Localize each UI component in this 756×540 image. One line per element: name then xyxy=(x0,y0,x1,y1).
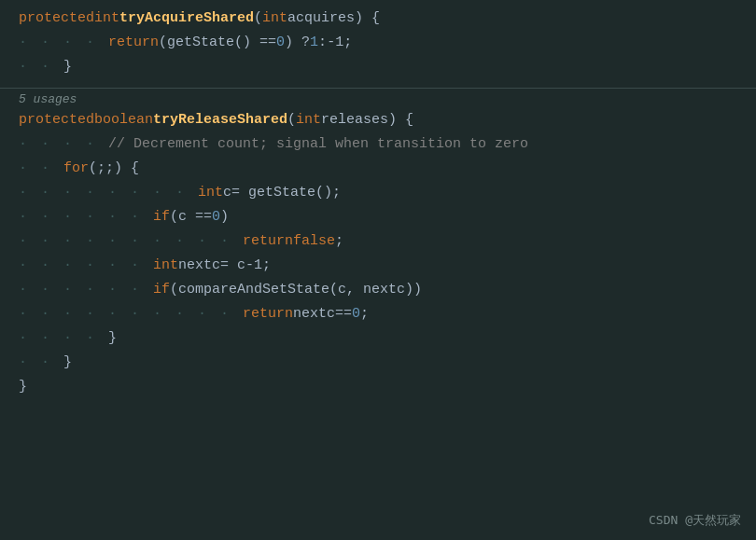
neg-one: -1; xyxy=(327,35,352,50)
indent-dots-4: · · xyxy=(19,160,63,176)
indent-dots-1: · · · · xyxy=(19,35,108,50)
assign-getState: = getState(); xyxy=(231,185,341,201)
indent-dots-8: · · · · · · xyxy=(19,257,153,273)
brace-close-1: } xyxy=(63,59,72,75)
return-expr: (getState() == xyxy=(159,35,276,50)
brace-close-class: } xyxy=(19,379,27,395)
code-editor: protected int tryAcquireShared(int acqui… xyxy=(0,0,756,540)
code-line-11: · · · · · · if (compareAndSetState(c, ne… xyxy=(0,281,756,305)
indent-dots-2: · · xyxy=(19,59,63,75)
keyword-int-nextc: int xyxy=(153,257,178,273)
code-line-6: · · for (;;) { xyxy=(0,159,756,184)
brace-close-for: } xyxy=(108,330,117,346)
indent-dots-11: · · · · xyxy=(19,330,108,346)
paren-close-brace-2: ) { xyxy=(388,112,413,128)
number-1: 1 xyxy=(310,35,318,50)
if-cond-close: ) xyxy=(220,209,229,225)
code-line-2: · · · · return (getState() == 0) ? 1 : -… xyxy=(0,34,756,58)
number-0-1: 0 xyxy=(276,35,285,50)
code-line-10: · · · · · · int nextc = c-1; xyxy=(0,256,756,281)
assign-nextc: = c-1; xyxy=(220,257,271,273)
keyword-if-1: if xyxy=(153,209,170,225)
code-line-9: · · · · · · · · · · return false; xyxy=(0,232,756,256)
keyword-protected-2: protected xyxy=(19,112,94,128)
code-line-15: } xyxy=(0,378,756,402)
var-nextc-2: nextc xyxy=(293,306,335,322)
code-line-13: · · · · } xyxy=(0,329,756,353)
code-line-4: protected boolean tryReleaseShared(int r… xyxy=(0,111,756,135)
watermark: CSDN @天然玩家 xyxy=(649,512,741,529)
method-tryAcquireShared: tryAcquireShared xyxy=(119,10,254,26)
keyword-return-2: return xyxy=(243,233,293,249)
param-acquires: acquires xyxy=(287,10,355,26)
code-line-14: · · } xyxy=(0,353,756,378)
ternary: ) ? xyxy=(285,35,310,50)
semicolon-1: ; xyxy=(335,233,343,249)
indent-dots-5: · · · · · · · · xyxy=(19,185,198,201)
paren-open-2: ( xyxy=(287,112,296,128)
keyword-return-1: return xyxy=(108,35,159,50)
indent-dots-6: · · · · · · xyxy=(19,209,153,225)
eq-zero: == xyxy=(335,306,352,322)
paren-close-brace: ) { xyxy=(355,10,380,26)
if-cond-1: (c == xyxy=(170,209,212,225)
keyword-protected: protected xyxy=(19,10,94,26)
code-line-7: · · · · · · · · int c = getState(); xyxy=(0,184,756,208)
param-releases: releases xyxy=(321,112,388,128)
number-0-2: 0 xyxy=(212,209,220,225)
number-0-3: 0 xyxy=(352,306,360,322)
indent-dots-10: · · · · · · · · · · xyxy=(19,306,243,322)
indent-dots-3: · · · · xyxy=(19,136,108,152)
usages-count: 5 usages xyxy=(19,92,77,106)
if-cond-2: (compareAndSetState(c, nextc)) xyxy=(170,282,422,298)
colon: : xyxy=(318,35,327,50)
indent-dots-7: · · · · · · · · · · xyxy=(19,233,243,249)
semicolon-2: ; xyxy=(360,306,369,322)
code-line-1: protected int tryAcquireShared(int acqui… xyxy=(0,9,756,34)
keyword-return-3: return xyxy=(243,306,293,322)
param-type-int-2: int xyxy=(296,112,321,128)
param-type-int: int xyxy=(262,10,287,26)
code-line-8: · · · · · · if (c == 0) xyxy=(0,208,756,232)
method-tryReleaseShared: tryReleaseShared xyxy=(153,112,287,128)
indent-dots-9: · · · · · · xyxy=(19,282,153,298)
brace-close-method: } xyxy=(63,354,72,370)
keyword-int: int xyxy=(94,10,119,26)
code-line-12: · · · · · · · · · · return nextc == 0; xyxy=(0,305,756,329)
var-c: c xyxy=(223,185,231,201)
code-line-3: · · } xyxy=(0,58,756,82)
keyword-for: for xyxy=(63,160,89,176)
for-paren: (;;) { xyxy=(89,160,139,176)
comment-decrement: // Decrement count; signal when transiti… xyxy=(108,136,528,152)
keyword-int-c: int xyxy=(198,185,223,201)
indent-dots-12: · · xyxy=(19,354,63,370)
paren-open: ( xyxy=(254,10,262,26)
usages-line: 5 usages xyxy=(0,89,756,111)
keyword-false: false xyxy=(293,233,335,249)
code-line-5: · · · · // Decrement count; signal when … xyxy=(0,135,756,159)
keyword-if-2: if xyxy=(153,282,170,298)
keyword-boolean: boolean xyxy=(94,112,153,128)
var-nextc: nextc xyxy=(178,257,220,273)
